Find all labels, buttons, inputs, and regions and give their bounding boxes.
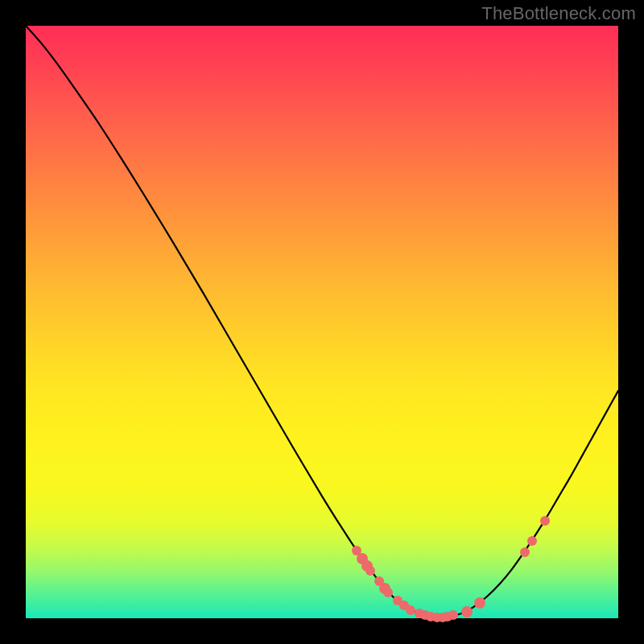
watermark-label: TheBottleneck.com <box>481 3 636 24</box>
data-marker <box>448 610 458 620</box>
data-marker <box>383 588 393 597</box>
data-marker <box>474 597 485 609</box>
plot-area <box>26 26 618 618</box>
data-marker <box>527 536 537 546</box>
markers-layer <box>26 26 618 618</box>
data-marker <box>365 566 375 576</box>
data-marker <box>540 516 550 526</box>
data-marker <box>461 606 473 617</box>
chart-stage <box>0 0 644 644</box>
data-marker <box>520 547 530 557</box>
